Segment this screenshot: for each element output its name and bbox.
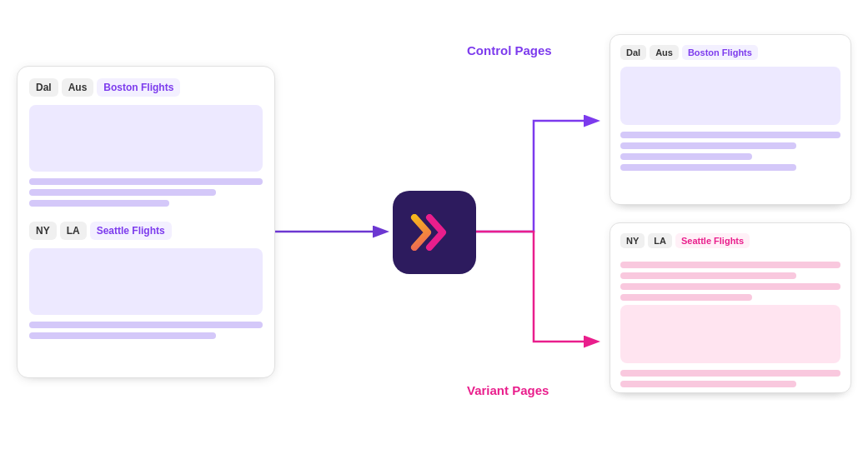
control-card-tabs: Dal Aus Boston Flights [620,45,840,60]
seattle-block [29,248,263,315]
control-card-front: Dal Aus Boston Flights [610,34,851,205]
tab-dal: Dal [29,78,58,97]
variant-line-1 [620,262,840,268]
boston-line-3 [29,200,169,207]
tab-la: LA [60,222,87,240]
boston-block [29,105,263,172]
control-line-2 [620,142,796,149]
variant-tab-la: LA [648,233,672,248]
control-pages-label: Control Pages [467,43,552,57]
control-line-1 [620,132,840,138]
boston-line-2 [29,189,216,196]
chevron-icon [408,214,461,251]
variant-tab-seattle: Seattle Flights [675,233,750,248]
variant-line-6 [620,381,796,387]
tab-seattle: Seattle Flights [90,222,172,240]
tab-boston: Boston Flights [97,78,180,97]
variant-pink-block [620,305,840,363]
left-card-stack: Dal Aus Boston Flights NY LA Seattle Fli… [17,66,283,399]
control-purple-block [620,67,840,125]
seattle-section [29,248,263,339]
right-cards: Dal Aus Boston Flights NY LA Seattle Fli… [610,34,860,397]
control-line-3 [620,153,752,160]
control-tab-boston: Boston Flights [682,45,758,60]
tab-ny: NY [29,222,57,240]
boston-section [29,105,263,207]
variant-line-3 [620,283,840,290]
control-card-group: Dal Aus Boston Flights [610,34,860,209]
control-tab-aus: Aus [650,45,679,60]
variant-tab-ny: NY [620,233,645,248]
seattle-line-1 [29,322,263,328]
variant-card-group: NY LA Seattle Flights [610,222,860,397]
variant-pages-label: Variant Pages [467,383,549,397]
tab-aus: Aus [62,78,94,97]
variant-line-4 [620,294,752,301]
variant-line-2 [620,272,796,279]
logo-box [393,191,476,274]
left-card-tabs-2: NY LA Seattle Flights [29,222,263,240]
boston-line-1 [29,178,263,185]
control-line-4 [620,164,796,171]
variant-line-5 [620,370,840,377]
variant-card-front: NY LA Seattle Flights [610,222,851,393]
left-card-front: Dal Aus Boston Flights NY LA Seattle Fli… [17,66,275,378]
seattle-line-2 [29,332,216,339]
main-container: Dal Aus Boston Flights NY LA Seattle Fli… [0,0,868,464]
control-tab-dal: Dal [620,45,646,60]
left-card-tabs: Dal Aus Boston Flights [29,78,263,97]
variant-card-tabs: NY LA Seattle Flights [620,233,840,248]
